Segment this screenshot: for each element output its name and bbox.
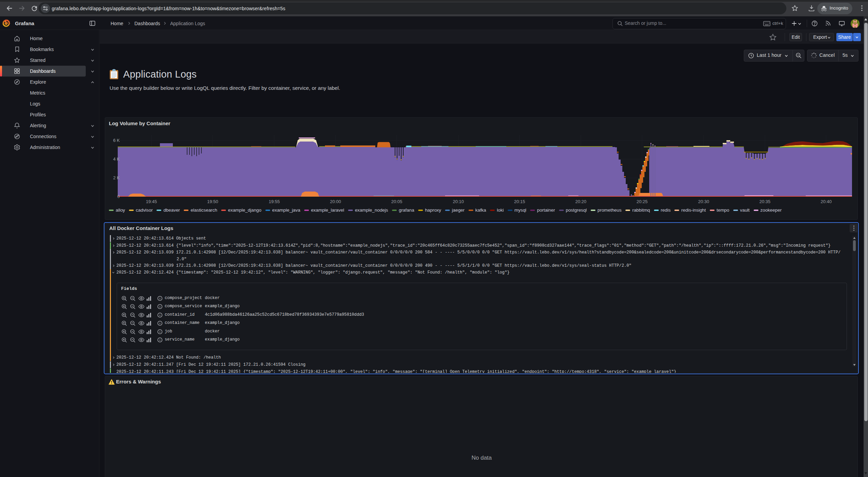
svg-text:19:45: 19:45 <box>146 199 157 204</box>
svg-text:20:35: 20:35 <box>759 199 771 204</box>
svg-text:20:05: 20:05 <box>391 199 403 204</box>
svg-text:20:00: 20:00 <box>330 199 341 204</box>
svg-text:6 K: 6 K <box>113 138 120 143</box>
svg-text:4 K: 4 K <box>113 157 120 162</box>
svg-text:2 K: 2 K <box>113 175 120 180</box>
svg-text:20:10: 20:10 <box>453 199 464 204</box>
svg-text:20:30: 20:30 <box>698 199 709 204</box>
svg-text:20:20: 20:20 <box>575 199 587 204</box>
svg-text:20:40: 20:40 <box>821 199 832 204</box>
svg-text:20:15: 20:15 <box>514 199 525 204</box>
svg-text:19:55: 19:55 <box>269 199 280 204</box>
svg-text:20:25: 20:25 <box>637 199 648 204</box>
svg-text:19:50: 19:50 <box>207 199 218 204</box>
svg-text:0: 0 <box>117 194 120 199</box>
